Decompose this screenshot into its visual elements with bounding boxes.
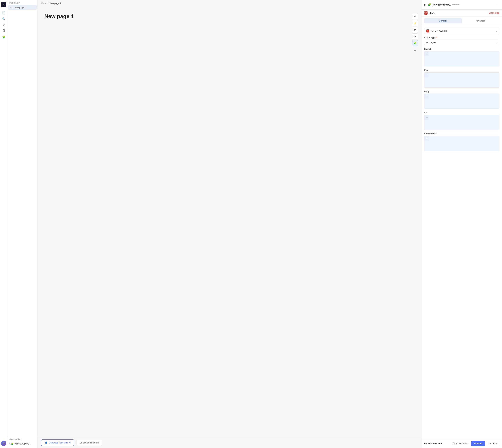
avatar[interactable]: N <box>1 441 6 446</box>
breadcrumb-separator: / <box>48 2 48 4</box>
body-line-content[interactable] <box>429 94 499 96</box>
key-line-number: 1 <box>424 73 429 77</box>
source-name: Sample AWS S3 <box>431 30 447 32</box>
bucket-label: Bucket <box>424 48 499 50</box>
body-editor[interactable]: 1 <box>424 94 499 109</box>
step-name: step1 <box>429 12 435 14</box>
auto-execution-checkbox[interactable] <box>452 442 454 445</box>
app-logo[interactable]: H <box>1 2 6 7</box>
step-icon: AWS <box>424 11 427 15</box>
sidebar-icon-settings[interactable]: ⚙ <box>1 22 6 28</box>
source-chevron-icon: ⌄ <box>495 30 497 32</box>
toolbar-hash-button[interactable]: # <box>412 13 418 19</box>
source-selector[interactable]: ⬡ Sample AWS S3 ⌄ <box>424 28 499 34</box>
auto-execution-label: Auto Execution <box>456 442 469 445</box>
subpage-list-header: Subpage list <box>7 438 37 441</box>
action-type-select[interactable]: PutObject GetObject DeleteObject <box>424 40 499 45</box>
toolbar-share-button[interactable]: ⇄ <box>412 27 418 33</box>
bucket-line-content[interactable] <box>429 51 499 53</box>
action-type-select-wrapper: PutObject GetObject DeleteObject <box>424 40 499 45</box>
body-line-number: 1 <box>424 94 429 98</box>
acl-label: Acl <box>424 112 499 114</box>
action-type-label: Action Type * <box>424 36 499 39</box>
execute-button[interactable]: Execute <box>471 441 485 446</box>
page-item-name: New page 1 <box>15 6 25 9</box>
workflow-panel: » 🧩 New Workflow 1 workflow1 ··· AWS ste… <box>421 0 502 448</box>
workflow-panel-header: » 🧩 New Workflow 1 workflow1 ··· <box>421 0 502 10</box>
generate-icon: 👤 <box>45 441 48 444</box>
acl-line-content[interactable] <box>429 115 499 117</box>
canvas-area: New page 1 # ⚡ ⇄ ↺ 🧩 + <box>38 7 421 437</box>
chevron-icon: › <box>10 7 11 9</box>
content-md5-line-content[interactable] <box>429 136 499 138</box>
step-title-row: AWS step1 <box>424 11 435 15</box>
bucket-field: Bucket 1 <box>424 48 499 66</box>
body-field: Body 1 <box>424 90 499 109</box>
key-field: Key 1 <box>424 69 499 88</box>
bottom-bar: 👤 Generate Page with AI ⊞ Data dashboard <box>38 437 421 448</box>
main-area: Hops / New page 1 New page 1 # ⚡ ⇄ ↺ 🧩 +… <box>38 0 421 448</box>
required-indicator: * <box>436 36 437 39</box>
acl-line-number: 1 <box>424 115 429 120</box>
workflow-header-actions: ··· <box>495 2 499 7</box>
delete-step-button[interactable]: Delete Step <box>489 12 499 14</box>
subpage-item[interactable]: › 🧩 workflow1 (New ... <box>7 441 37 446</box>
page-list-panel: Page list › 🗋 New page 1 Subpage list › … <box>7 0 38 448</box>
workflow-title-row: » 🧩 New Workflow 1 workflow1 <box>424 3 460 7</box>
auto-execution-row: Auto Execution <box>452 442 469 445</box>
workflow-id: workflow1 <box>452 4 460 6</box>
execution-result-label: Execution Result <box>424 442 450 445</box>
acl-field: Acl 1 <box>424 112 499 130</box>
canvas-toolbar: # ⚡ ⇄ ↺ 🧩 + <box>412 13 418 54</box>
bucket-line-1: 1 <box>424 51 499 56</box>
content-md5-field: Content MD5 1 <box>424 133 499 151</box>
workflow-title: New Workflow 1 <box>433 3 451 6</box>
data-dashboard-button[interactable]: ⊞ Data dashboard <box>76 440 102 446</box>
content-md5-editor[interactable]: 1 <box>424 136 499 151</box>
tab-general[interactable]: General <box>424 18 462 23</box>
content-md5-label: Content MD5 <box>424 133 499 135</box>
breadcrumb-parent: Hops <box>41 2 46 4</box>
key-editor[interactable]: 1 <box>424 72 499 88</box>
open-chevron-icon: ∧ <box>495 442 497 445</box>
generate-page-button[interactable]: 👤 Generate Page with AI <box>41 439 74 446</box>
sidebar-icon-database[interactable]: 🗄 <box>1 28 6 34</box>
more-options-button[interactable]: ··· <box>495 2 499 7</box>
bucket-line-number: 1 <box>424 51 429 56</box>
panel-content: ⬡ Sample AWS S3 ⌄ Action Type * PutObjec… <box>421 25 502 439</box>
sidebar-icon-search[interactable]: 🔍 <box>1 16 6 21</box>
action-type-field: Action Type * PutObject GetObject Delete… <box>424 36 499 45</box>
breadcrumb: Hops / New page 1 <box>38 0 421 7</box>
acl-editor[interactable]: 1 <box>424 115 499 130</box>
aws-source-icon: ⬡ <box>426 29 429 32</box>
page-list-header: Page list <box>7 2 37 5</box>
subpage-section: Subpage list › 🧩 workflow1 (New ... <box>7 436 37 446</box>
body-label: Body <box>424 90 499 93</box>
page-file-icon: 🗋 <box>12 6 14 9</box>
execution-bar: Execution Result Auto Execution Execute … <box>421 439 502 448</box>
content-md5-line-1: 1 <box>424 136 499 141</box>
workflow-expand-icon[interactable]: » <box>424 3 426 7</box>
open-button[interactable]: Open ∧ <box>487 441 499 446</box>
tab-advanced[interactable]: Advanced <box>462 18 500 23</box>
toolbar-lightning-button[interactable]: ⚡ <box>412 20 418 26</box>
toolbar-workflow-button[interactable]: 🧩 <box>412 40 418 46</box>
subpage-workflow-icon: 🧩 <box>11 443 14 445</box>
step-header: AWS step1 Delete Step <box>421 10 502 16</box>
subpage-item-name: workflow1 (New ... <box>15 443 31 445</box>
toolbar-add-button[interactable]: + <box>412 48 418 54</box>
sidebar-icon-plugins[interactable]: 🧩 <box>1 34 6 40</box>
tabs-row: General Advanced <box>421 16 502 25</box>
subpage-chevron-icon: › <box>9 442 10 445</box>
workflow-header-icon: 🧩 <box>428 3 431 6</box>
dashboard-icon: ⊞ <box>80 441 82 444</box>
page-list-item[interactable]: › 🗋 New page 1 <box>8 5 37 10</box>
toolbar-history-button[interactable]: ↺ <box>412 33 418 39</box>
sidebar-icon-pages[interactable]: 📄 <box>1 10 6 16</box>
key-label: Key <box>424 69 499 71</box>
breadcrumb-current: New page 1 <box>49 2 61 4</box>
acl-line-1: 1 <box>424 115 499 120</box>
key-line-content[interactable] <box>429 73 499 75</box>
body-line-1: 1 <box>424 94 499 98</box>
bucket-editor[interactable]: 1 <box>424 51 499 66</box>
